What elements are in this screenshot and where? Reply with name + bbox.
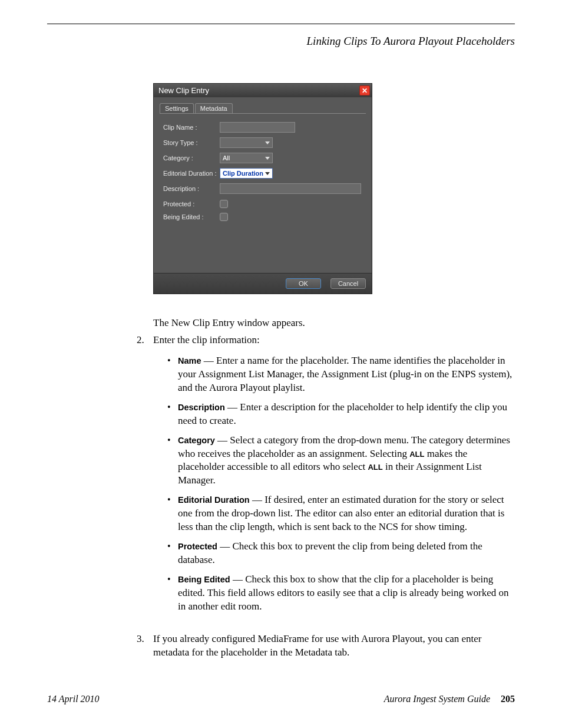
label-story-type: Story Type :: [163, 139, 220, 146]
dialog-title: New Clip Entry: [158, 86, 209, 95]
label-clip-name: Clip Name :: [163, 124, 220, 131]
description-input[interactable]: [220, 183, 361, 194]
close-icon[interactable]: ✕: [359, 85, 370, 95]
chevron-down-icon: [265, 172, 270, 175]
ok-button[interactable]: OK: [286, 278, 321, 289]
label-being-edited: Being Edited :: [163, 213, 220, 220]
page-header-title: Linking Clips To Aurora Playout Placehol…: [47, 35, 515, 48]
footer-guide: Aurora Ingest System Guide: [384, 694, 490, 704]
tab-metadata[interactable]: Metadata: [195, 103, 233, 113]
category-value: All: [223, 154, 230, 162]
step-2-intro: Enter the clip information:: [153, 334, 260, 345]
new-clip-entry-dialog: New Clip Entry ✕ Settings Metadata Clip …: [153, 83, 372, 294]
tab-settings[interactable]: Settings: [160, 103, 194, 113]
label-protected: Protected :: [163, 200, 220, 207]
step-number-3: 3.: [137, 633, 153, 660]
bullet-name: Name — Enter a name for the placeholder.…: [167, 354, 515, 395]
bullet-editorial-duration: Editorial Duration — If desired, enter a…: [167, 493, 515, 534]
bullet-protected: Protected — Check this box to prevent th…: [167, 540, 515, 567]
cancel-button[interactable]: Cancel: [330, 278, 366, 289]
footer-page-number: 205: [501, 694, 515, 704]
editorial-duration-value: Clip Duration: [223, 170, 263, 177]
bullet-category: Category — Select a category from the dr…: [167, 434, 515, 488]
step-number-2: 2.: [137, 334, 153, 620]
clip-name-input[interactable]: [220, 122, 295, 133]
being-edited-checkbox[interactable]: [220, 213, 228, 221]
chevron-down-icon: [265, 157, 270, 160]
dialog-titlebar: New Clip Entry ✕: [154, 84, 372, 97]
label-editorial-duration: Editorial Duration :: [163, 170, 220, 177]
chevron-down-icon: [265, 141, 270, 144]
label-category: Category :: [163, 154, 220, 162]
step-3-body: If you already configured MediaFrame for…: [153, 633, 482, 658]
paragraph-window-appears: The New Clip Entry window appears.: [153, 317, 515, 330]
story-type-select[interactable]: [220, 137, 273, 148]
bullet-description: Description — Enter a description for th…: [167, 401, 515, 428]
editorial-duration-select[interactable]: Clip Duration: [220, 168, 273, 179]
footer-date: 14 April 2010: [47, 694, 100, 704]
protected-checkbox[interactable]: [220, 200, 228, 208]
label-description: Description :: [163, 185, 220, 192]
bullet-being-edited: Being Edited — Check this box to show th…: [167, 573, 515, 614]
category-select[interactable]: All: [220, 153, 273, 163]
